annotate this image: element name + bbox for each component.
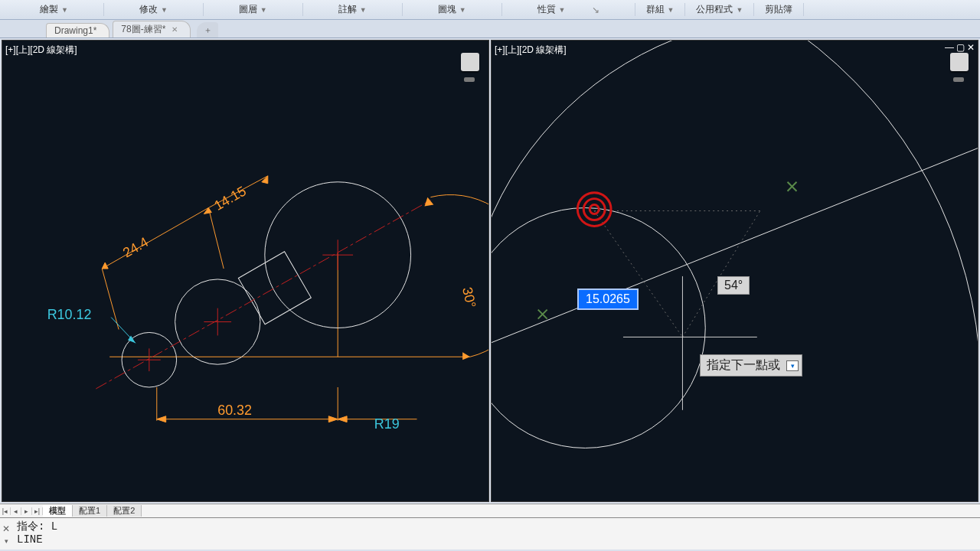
ribbon-panel-clipboard[interactable]: 剪貼簿 <box>754 3 804 16</box>
dropdown-arrow-icon: ▼ <box>61 6 68 14</box>
svg-marker-18 <box>204 208 211 214</box>
dropdown-arrow-icon: ▼ <box>459 6 466 14</box>
navbar-grip-icon[interactable] <box>953 77 964 82</box>
ribbon-panel-annotate[interactable]: 註解▼ <box>303 3 403 16</box>
navbar-grip-icon[interactable] <box>464 77 475 82</box>
svg-point-38 <box>590 205 599 214</box>
svg-marker-29 <box>462 352 470 360</box>
svg-point-31 <box>492 208 705 448</box>
minimize-button[interactable]: — <box>945 42 954 53</box>
dynamic-prompt-dropdown-icon[interactable]: ▾ <box>786 360 799 371</box>
dynamic-angle-readout: 54° <box>717 276 750 295</box>
dropdown-arrow-icon: ▼ <box>161 6 168 14</box>
viewcube-icon[interactable] <box>950 53 969 71</box>
dim-14-15: 14.15 <box>211 183 249 214</box>
ribbon-panel-modify[interactable]: 修改▼ <box>104 3 204 16</box>
right-drawing-canvas <box>492 41 978 501</box>
layout-nav-prev[interactable]: ◂ <box>11 507 21 515</box>
close-tab-icon[interactable]: ✕ <box>172 25 178 34</box>
ribbon-panel-utility[interactable]: 公用程式▼ <box>685 3 754 16</box>
svg-marker-19 <box>262 176 268 184</box>
new-tab-button[interactable]: ＋ <box>197 22 218 37</box>
layout-tab-strip: |◂ ◂ ▸ ▸| 模型 配置1 配置2 <box>0 504 980 517</box>
document-tab-78[interactable]: 78圖-練習*✕ <box>113 21 191 37</box>
svg-marker-25 <box>328 416 338 422</box>
layout-nav-first[interactable]: |◂ <box>0 507 11 515</box>
layout-tab-model[interactable]: 模型 <box>43 505 73 517</box>
dropdown-arrow-icon: ▼ <box>260 6 267 14</box>
dim-r10-12: R10.12 <box>47 307 92 322</box>
ribbon-panel-group[interactable]: 群組▼ <box>635 3 686 16</box>
left-drawing-canvas: 24.4 14.15 R10.12 60.32 R19 30° <box>2 41 488 501</box>
svg-line-32 <box>492 147 978 344</box>
document-tab-strip: Drawing1* 78圖-練習*✕ ＋ <box>0 20 980 38</box>
viewport-window-controls: — ▢ ✕ <box>945 42 975 53</box>
svg-line-15 <box>208 208 224 269</box>
maximize-button[interactable]: ▢ <box>956 42 965 53</box>
workarea: [+][上][2D 線架構] <box>0 38 980 504</box>
layout-nav-next[interactable]: ▸ <box>21 507 32 515</box>
dim-r19: R19 <box>374 416 400 432</box>
svg-marker-24 <box>157 416 166 422</box>
right-viewport[interactable]: [+][上][2D 線架構] — ▢ ✕ <box>491 40 978 502</box>
svg-line-34 <box>594 211 682 337</box>
layout-tab-layout2[interactable]: 配置2 <box>107 505 142 517</box>
dim-24-4: 24.4 <box>120 234 151 261</box>
dynamic-distance-input[interactable]: 15.0265 <box>579 290 637 308</box>
dim-60-32: 60.32 <box>217 403 252 418</box>
command-line-area[interactable]: ✕▾ 指令: L LINE <box>0 517 980 549</box>
svg-line-35 <box>682 211 760 337</box>
dropdown-arrow-icon: ▼ <box>360 6 367 14</box>
dropdown-arrow-icon: ▼ <box>559 6 566 14</box>
document-tab-drawing1[interactable]: Drawing1* <box>46 23 109 37</box>
command-history: 指令: L LINE <box>12 518 980 549</box>
viewport-title[interactable]: [+][上][2D 線架構] <box>5 44 77 57</box>
svg-marker-26 <box>338 416 347 422</box>
ribbon-panel-draw[interactable]: 繪製▼ <box>5 3 104 16</box>
close-button[interactable]: ✕ <box>967 42 975 53</box>
ribbon-panel-block[interactable]: 圖塊▼ <box>403 3 502 16</box>
viewport-title[interactable]: [+][上][2D 線架構] <box>495 44 567 57</box>
dropdown-arrow-icon: ▼ <box>736 6 743 14</box>
ribbon-panel-property[interactable]: 性質▼↘ <box>502 3 635 16</box>
left-viewport[interactable]: [+][上][2D 線架構] <box>2 40 489 502</box>
svg-marker-30 <box>424 197 433 207</box>
svg-line-13 <box>102 208 208 269</box>
dropdown-arrow-icon: ▼ <box>668 6 675 14</box>
svg-line-14 <box>102 269 119 329</box>
dim-30deg: 30° <box>459 286 479 310</box>
dynamic-prompt-tooltip[interactable]: 指定下一點或 ▾ <box>700 354 802 377</box>
svg-rect-5 <box>238 252 311 324</box>
layout-nav-last[interactable]: ▸| <box>32 507 43 515</box>
layout-tab-layout1[interactable]: 配置1 <box>73 505 107 517</box>
viewcube-icon[interactable] <box>461 53 479 71</box>
svg-line-12 <box>96 201 430 389</box>
command-close-button[interactable]: ✕▾ <box>0 518 12 549</box>
ribbon-panel-bar: 繪製▼ 修改▼ 圖層▼ 註解▼ 圖塊▼ 性質▼↘ 群組▼ 公用程式▼ 剪貼簿 <box>0 0 980 20</box>
ribbon-panel-layer[interactable]: 圖層▼ <box>204 3 303 16</box>
